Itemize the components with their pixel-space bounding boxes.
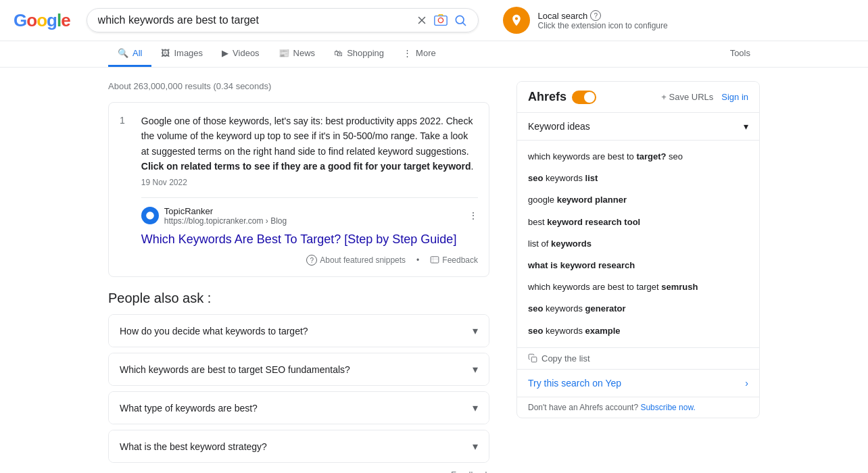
- tab-images[interactable]: 🖼 Images: [151, 41, 212, 67]
- search-input[interactable]: [98, 14, 410, 26]
- more-icon: ⋮: [403, 48, 412, 58]
- keyword-item-9[interactable]: seo keywords example: [517, 320, 759, 342]
- sign-in-button[interactable]: Sign in: [721, 92, 748, 102]
- feedback-link-snippet[interactable]: Feedback: [430, 255, 478, 265]
- paa-item-4: What is the best keyword strategy? ▾: [108, 430, 489, 463]
- featured-snippet: 1 Google one of those keywords, let's sa…: [108, 102, 489, 277]
- help-icon[interactable]: ?: [590, 10, 601, 21]
- svg-point-1: [438, 18, 443, 22]
- keyword-item-8[interactable]: seo keywords generator: [517, 298, 759, 320]
- snippet-text-bold: Click on related terms to see if they ar…: [141, 161, 471, 172]
- copy-list-button[interactable]: Copy the list: [517, 347, 759, 369]
- results-count: About 263,000,000 results (0.34 seconds): [108, 81, 489, 91]
- favicon-icon: [145, 211, 155, 220]
- chevron-down-icon-2: ▾: [473, 363, 478, 376]
- snippet-text-period: .: [471, 161, 474, 172]
- search-icon: [454, 14, 467, 27]
- keyword-item-4[interactable]: best keyword research tool: [517, 211, 759, 233]
- source-info: TopicRanker https://blog.topicranker.com…: [164, 206, 463, 226]
- tab-videos[interactable]: ▶ Videos: [212, 41, 269, 67]
- result-number: 1: [120, 115, 125, 248]
- copy-icon: [528, 353, 537, 363]
- about-icon: ?: [306, 255, 317, 266]
- snippet-date: 19 Nov 2022: [141, 178, 187, 187]
- search-bar: [87, 8, 479, 32]
- source-url: https://blog.topicranker.com › Blog: [164, 216, 463, 226]
- paa-item-2: Which keywords are best to target SEO fu…: [108, 353, 489, 386]
- ahrefs-panel: Ahrefs + Save URLs Sign in Keyword ideas…: [516, 81, 760, 418]
- result-title-link[interactable]: Which Keywords Are Best To Target? [Step…: [141, 231, 478, 248]
- extension-area: Local search ? Click the extension icon …: [503, 7, 668, 34]
- nav-tabs: 🔍 All 🖼 Images ▶ Videos 📰 News 🛍 Shoppin…: [0, 41, 868, 68]
- snippet-text-before: Google one of those keywords, let's say …: [141, 116, 473, 157]
- news-icon: 📰: [279, 48, 289, 58]
- snippet-feedback-row: ? About featured snippets • Feedback: [120, 255, 478, 266]
- ahrefs-toggle[interactable]: [572, 91, 596, 104]
- dont-have-account: Don't have an Ahrefs account? Subscribe …: [517, 397, 759, 418]
- subscribe-link[interactable]: Subscribe now.: [640, 403, 695, 412]
- about-snippets-link[interactable]: ? About featured snippets: [306, 255, 406, 266]
- extension-title: Local search ?: [538, 10, 668, 21]
- chevron-down-icon-3: ▾: [473, 401, 478, 414]
- clear-search-button[interactable]: [416, 14, 428, 26]
- shopping-icon: 🛍: [334, 48, 343, 58]
- extension-subtitle: Click the extension icon to configure: [538, 21, 668, 30]
- paa-question-3[interactable]: What type of keywords are best? ▾: [109, 392, 489, 424]
- source-name: TopicRanker: [164, 206, 463, 216]
- tab-shopping[interactable]: 🛍 Shopping: [324, 41, 393, 67]
- tab-news[interactable]: 📰 News: [269, 41, 325, 67]
- keyword-ideas-header[interactable]: Keyword ideas ▾: [517, 113, 759, 141]
- camera-icon: [433, 13, 448, 28]
- images-icon: 🖼: [161, 48, 170, 58]
- search-submit-button[interactable]: [454, 14, 467, 27]
- google-logo: Google: [14, 10, 70, 31]
- chevron-down-icon: ▾: [473, 324, 478, 337]
- keyword-list: which keywords are best to target? seo s…: [517, 141, 759, 347]
- paa-question-2[interactable]: Which keywords are best to target SEO fu…: [109, 353, 489, 385]
- svg-rect-4: [431, 257, 439, 263]
- source-more-button[interactable]: ⋮: [468, 210, 478, 221]
- all-icon: 🔍: [118, 48, 128, 58]
- image-search-button[interactable]: [433, 13, 448, 28]
- tab-all[interactable]: 🔍 All: [108, 41, 151, 67]
- videos-icon: ▶: [222, 48, 228, 58]
- keyword-item-2[interactable]: seo keywords list: [517, 168, 759, 189]
- snippet-source: TopicRanker https://blog.topicranker.com…: [141, 197, 478, 226]
- extension-icon[interactable]: [503, 7, 530, 34]
- sidebar: Ahrefs + Save URLs Sign in Keyword ideas…: [516, 81, 760, 473]
- bottom-feedback[interactable]: Feedback: [108, 470, 489, 473]
- ahrefs-logo: Ahrefs: [528, 90, 596, 104]
- extension-info: Local search ? Click the extension icon …: [538, 10, 668, 30]
- svg-rect-5: [531, 357, 537, 362]
- feedback-icon: [430, 255, 439, 265]
- snippet-text: Google one of those keywords, let's say …: [141, 114, 478, 189]
- yep-link[interactable]: Try this search on Yep ›: [517, 369, 759, 397]
- ahrefs-header: Ahrefs + Save URLs Sign in: [517, 82, 759, 113]
- paa-item-1: How do you decide what keywords to targe…: [108, 314, 489, 347]
- keyword-item-7[interactable]: which keywords are best to target semrus…: [517, 276, 759, 298]
- paa-item-3: What type of keywords are best? ▾: [108, 391, 489, 424]
- header: Google: [0, 0, 868, 41]
- source-favicon: [141, 207, 159, 224]
- ahrefs-actions: + Save URLs Sign in: [661, 92, 748, 102]
- keyword-item-5[interactable]: list of keywords: [517, 233, 759, 255]
- paa-title: People also ask :: [108, 291, 489, 306]
- paa-question-4[interactable]: What is the best keyword strategy? ▾: [109, 430, 489, 462]
- chevron-down-icon-kw: ▾: [744, 121, 748, 132]
- tab-more[interactable]: ⋮ More: [393, 41, 445, 67]
- paa-question-1[interactable]: How do you decide what keywords to targe…: [109, 315, 489, 347]
- location-icon: [510, 14, 523, 27]
- chevron-right-icon: ›: [745, 378, 748, 389]
- chevron-down-icon-4: ▾: [473, 440, 478, 453]
- keyword-item-3[interactable]: google keyword planner: [517, 189, 759, 211]
- keyword-item-6[interactable]: what is keyword research: [517, 255, 759, 276]
- search-results: About 263,000,000 results (0.34 seconds)…: [108, 74, 489, 473]
- tab-tools[interactable]: Tools: [721, 41, 760, 67]
- main-content: About 263,000,000 results (0.34 seconds)…: [0, 68, 868, 473]
- keyword-item-1[interactable]: which keywords are best to target? seo: [517, 146, 759, 168]
- clear-icon: [416, 14, 428, 26]
- save-urls-button[interactable]: + Save URLs: [661, 92, 713, 102]
- people-also-ask: People also ask : How do you decide what…: [108, 291, 489, 463]
